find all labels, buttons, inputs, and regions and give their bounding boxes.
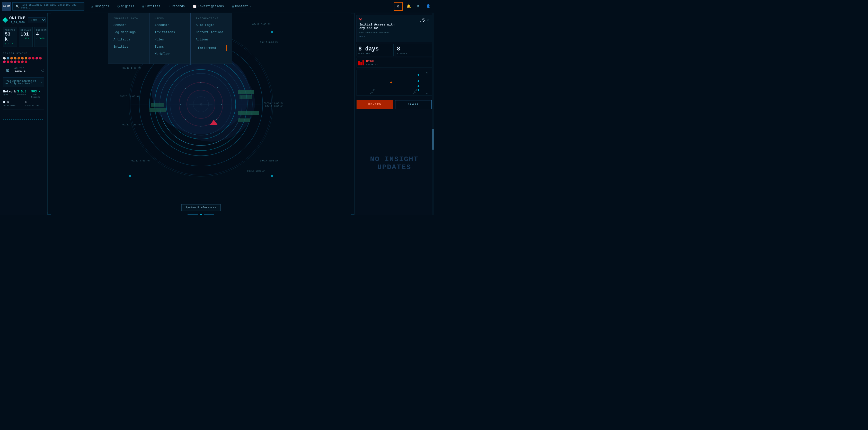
investigations-icon: 📈 [193,5,196,8]
insights-stat: INSIGHTS 4 ↑ 300% [34,27,48,47]
dropdown-menu: INCOMING DATA Sensors Log Mappings Artif… [108,13,232,64]
time-label-9: 09/17 5:00 AM [247,170,265,173]
users-col: USERS Accounts Invitations Roles Teams W… [150,13,191,64]
nav-content[interactable]: ▤ Content ▾ [228,3,255,10]
insight-metrics: 8 days DURATION 8 SIGNALS HIGH SEVERIT [356,44,432,67]
diamond-icon [2,17,8,23]
time-label-7: 09/17 9:00 AM [122,123,141,126]
menu-workflow[interactable]: Workflow [155,52,185,56]
total-records: 963 k Total Records [31,90,44,98]
signals-metric: 8 SIGNALS [395,44,432,56]
main-nav: △ Insights ⬡ Signals ▤ Entities ⠿ Record… [88,3,393,10]
svg-point-27 [200,82,202,83]
menu-sumo-logic[interactable]: Sumo Logic [196,23,227,27]
sbar-3 [363,60,364,65]
accent-3 [204,214,214,215]
time-label-4: 09/16 11:00 PM [264,102,283,105]
user-button[interactable]: 👤 [424,3,432,10]
menu-teams[interactable]: Teams [155,45,185,49]
svg-point-34 [185,88,186,89]
incoming-data-col: INCOMING DATA Sensors Log Mappings Artif… [108,13,150,64]
day-filter[interactable]: 1 day 7 days 30 days [28,18,46,22]
records-stat: RECORDS 53 k ↑ < 1% [3,27,17,47]
sensor-dot-2 [7,57,9,59]
nav-investigations[interactable]: 📈 Investigations [189,3,228,10]
menu-sensors[interactable]: Sensors [114,23,144,27]
menu-invitations[interactable]: Invitations [155,31,185,34]
stats-row: RECORDS 53 k ↑ < 1% SIGNALS 131 ↑ 227% I… [3,27,44,47]
svg-text:10: 10 [426,71,428,74]
system-preferences-tooltip: System Preferences [181,204,221,211]
online-status: ONLINE [9,16,26,21]
config-icon[interactable]: ⚙ [41,81,42,84]
menu-context-actions[interactable]: Context Actions [196,31,227,34]
svg-rect-20 [151,103,164,107]
sensor-dot-15 [14,60,17,63]
menu-actions[interactable]: Actions [196,38,227,41]
time-label-8: 09/17 7:00 AM [131,160,150,162]
svg-point-31 [200,126,202,127]
nav-entities[interactable]: ▤ Entities [139,3,164,10]
sensor-dot-10 [35,57,38,59]
menu-entities[interactable]: Entities [114,45,144,49]
close-button[interactable]: CLOSE [395,100,432,109]
sensor-dot-7 [25,57,27,59]
notifications-button[interactable]: 🔔 [405,3,412,10]
grid-button[interactable]: ⊞ [414,3,422,10]
chart-line [3,119,44,119]
sensor-dot-5 [18,57,20,59]
incoming-data-title: INCOMING DATA [114,17,144,20]
logo[interactable]: SU MO [2,2,11,11]
time-label-10: 09/17 3:00 AM [260,160,278,162]
nav-right: ⚙ 🔔 ⊞ 👤 [394,2,432,11]
sensor-dot-1 [3,57,6,59]
sensor-dots [3,57,44,63]
sbar-1 [359,61,360,65]
svg-point-32 [185,119,186,120]
menu-roles[interactable]: Roles [155,38,185,41]
gear-button[interactable]: ⚙ [394,2,403,11]
sensor-avatar: ⊡ [3,66,12,75]
right-panel: W Initial Access withery and C2 ess, Exe… [354,13,434,215]
insight-tag: W [360,18,395,22]
sensor-dot-4 [14,57,17,59]
status-header: ONLINE 17_09_2020 1 day 7 days 30 days [3,16,44,24]
sensor-dot-13 [7,60,9,63]
scrollbar-thumb[interactable] [432,129,434,150]
time-label-6: 09/17 11:00 AM [120,95,140,98]
time-label-11: 09/17 1:00 AM [265,105,283,108]
svg-rect-42 [417,74,419,76]
search-bar[interactable]: 🔍 Find Insights, Signals, Entities and m… [12,2,84,10]
entities-icon: ▤ [143,5,144,8]
menu-log-mappings[interactable]: Log Mappings [114,31,144,34]
bottom-accents [188,214,214,215]
svg-rect-36 [271,31,273,33]
insight-score: .5 ⊘ [419,18,429,23]
svg-point-30 [216,119,217,120]
nav-signals[interactable]: ⬡ Signals [114,3,138,10]
action-row: REVIEW CLOSE [356,100,432,109]
menu-accounts[interactable]: Accounts [155,23,185,27]
sensor-dot-16 [18,60,20,63]
nav-insights[interactable]: △ Insights [88,3,113,10]
time-label-5: 09/17 1:00 PM [122,67,141,69]
info-icon[interactable]: ⓘ [41,68,44,73]
status-date: 17_09_2020 [9,21,26,24]
menu-enrichment[interactable]: Enrichment [196,45,227,51]
nav-records[interactable]: ⠿ Records [165,3,189,10]
corner-tl [48,13,51,16]
duration-metric: 8 days DURATION [356,44,394,56]
insights-icon: △ [91,5,93,8]
svg-rect-38 [271,175,273,177]
severity-bars [359,60,364,65]
corner-bl [48,212,51,215]
scrollbar[interactable] [432,13,434,215]
svg-point-28 [217,87,218,88]
svg-rect-18 [238,118,250,122]
review-button[interactable]: REVIEW [356,100,393,109]
menu-artifacts[interactable]: Artifacts [114,38,144,41]
meta-grid: Network Type 3.0.0 Version 963 k Total R… [3,90,44,98]
search-icon: 🔍 [16,5,19,8]
sensor-section-title: SENSOR STATUS [3,52,44,55]
time-label-2: 09/17 5:00 PM [252,23,270,26]
